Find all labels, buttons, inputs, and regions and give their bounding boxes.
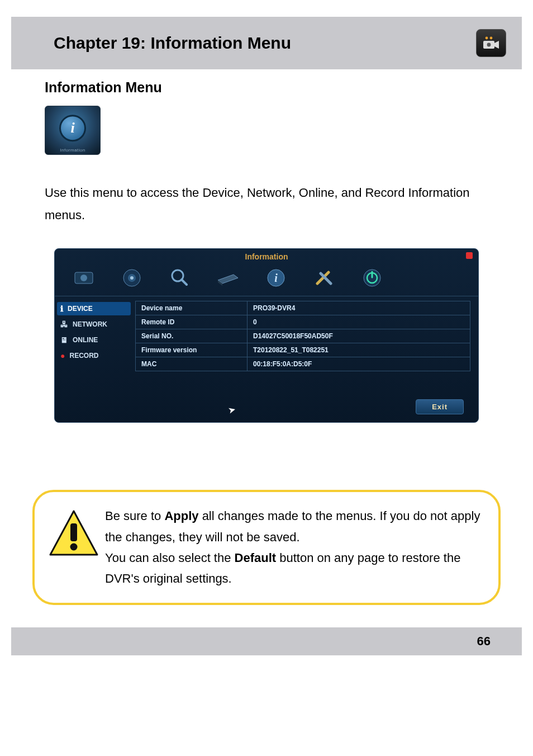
cell-value: 00:18:F5:0A:D5:0F bbox=[248, 357, 470, 371]
cell-key: Remote ID bbox=[136, 315, 248, 329]
cell-value: D14027C50018F50AD50F bbox=[248, 329, 470, 343]
info-icon: ℹ bbox=[60, 304, 63, 313]
sidebar-item-record[interactable]: ● RECORD bbox=[55, 348, 133, 363]
camera-icon bbox=[476, 29, 506, 57]
record-icon: ● bbox=[60, 351, 65, 360]
monitor-icon: 🖥 bbox=[60, 336, 68, 344]
table-row: Remote ID 0 bbox=[136, 315, 470, 329]
info-icon: i bbox=[59, 115, 86, 141]
cell-value: PRO39-DVR4 bbox=[248, 301, 470, 315]
page-number: 66 bbox=[11, 627, 522, 655]
svg-line-11 bbox=[182, 280, 187, 285]
bold-default: Default bbox=[235, 551, 277, 565]
sidebar-item-label: DEVICE bbox=[68, 305, 93, 313]
svg-point-1 bbox=[490, 37, 493, 40]
toolbar-icon-search[interactable] bbox=[166, 267, 193, 289]
cell-key: Device name bbox=[136, 301, 248, 315]
sidebar-item-label: ONLINE bbox=[73, 336, 98, 344]
note-text: Be sure to Apply all changes made to the… bbox=[105, 505, 480, 589]
toolbar-icon-display[interactable] bbox=[70, 267, 97, 289]
toolbar-icon-tools[interactable] bbox=[311, 267, 337, 289]
sidebar: ℹ DEVICE 🖧 NETWORK 🖥 ONLINE ● RECORD bbox=[55, 296, 133, 414]
information-menu-thumbnail: i Information bbox=[45, 106, 101, 155]
close-icon[interactable] bbox=[466, 252, 473, 259]
bold-apply: Apply bbox=[164, 509, 198, 523]
cell-key: Serial NO. bbox=[136, 329, 248, 343]
svg-text:i: i bbox=[274, 272, 278, 284]
svg-point-4 bbox=[487, 43, 491, 47]
cell-value: 0 bbox=[248, 315, 470, 329]
intro-paragraph: Use this menu to access the Device, Netw… bbox=[45, 182, 488, 226]
svg-point-9 bbox=[130, 276, 134, 280]
exit-button[interactable]: Exit bbox=[416, 399, 464, 414]
thumbnail-caption: Information bbox=[45, 148, 100, 153]
svg-point-23 bbox=[70, 544, 78, 551]
warning-icon bbox=[48, 509, 102, 565]
cell-key: Firmware version bbox=[136, 343, 248, 357]
section-title: Information Menu bbox=[45, 79, 488, 96]
device-info-table: Device name PRO39-DVR4 Remote ID 0 Seria… bbox=[135, 301, 470, 371]
sidebar-item-online[interactable]: 🖥 ONLINE bbox=[55, 332, 133, 348]
svg-point-0 bbox=[486, 37, 488, 40]
cell-value: T20120822_51_T082251 bbox=[248, 343, 470, 357]
sidebar-item-label: NETWORK bbox=[73, 320, 107, 328]
cell-key: MAC bbox=[136, 357, 248, 371]
text: You can also select the bbox=[105, 551, 235, 565]
svg-point-6 bbox=[80, 275, 87, 281]
page-header: Chapter 19: Information Menu bbox=[11, 17, 522, 69]
svg-marker-12 bbox=[218, 275, 238, 284]
table-row: Device name PRO39-DVR4 bbox=[136, 301, 470, 315]
table-row: Firmware version T20120822_51_T082251 bbox=[136, 343, 470, 357]
table-row: MAC 00:18:F5:0A:D5:0F bbox=[136, 357, 470, 371]
svg-rect-22 bbox=[70, 523, 77, 541]
network-icon: 🖧 bbox=[60, 320, 68, 329]
toolbar-icon-power[interactable] bbox=[359, 267, 386, 289]
toolbar-icon-info[interactable]: i bbox=[263, 267, 289, 289]
toolbar-icon-camera[interactable] bbox=[118, 267, 145, 289]
toolbar-icon-disk[interactable] bbox=[215, 267, 241, 289]
chapter-title: Chapter 19: Information Menu bbox=[54, 34, 291, 53]
sidebar-item-device[interactable]: ℹ DEVICE bbox=[57, 302, 131, 315]
warning-note: Be sure to Apply all changes made to the… bbox=[32, 490, 501, 605]
window-title: Information bbox=[55, 249, 478, 263]
sidebar-item-label: RECORD bbox=[69, 352, 98, 360]
table-row: Serial NO. D14027C50018F50AD50F bbox=[136, 329, 470, 343]
dvr-information-screenshot: Information i bbox=[54, 248, 479, 423]
svg-marker-3 bbox=[494, 41, 499, 49]
toolbar: i bbox=[55, 263, 478, 296]
text: Be sure to bbox=[105, 509, 164, 523]
sidebar-item-network[interactable]: 🖧 NETWORK bbox=[55, 316, 133, 332]
